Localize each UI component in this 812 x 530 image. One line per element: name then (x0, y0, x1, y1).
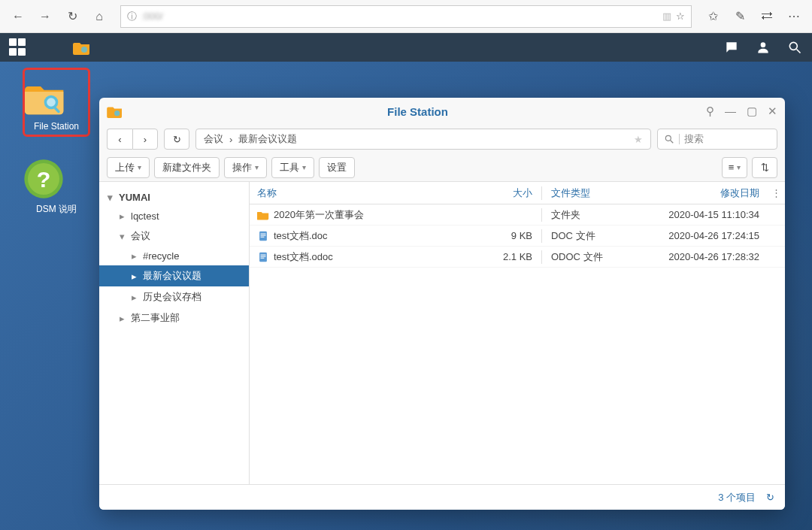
home-button[interactable]: ⌂ (87, 5, 111, 29)
column-size[interactable]: 大小 (481, 186, 541, 200)
folder-search-icon (107, 104, 123, 118)
maximize-button[interactable]: ▢ (747, 104, 757, 118)
tree-item[interactable]: ▸lqctest (99, 207, 249, 226)
search-placeholder: 搜索 (684, 132, 704, 146)
forward-button[interactable]: → (33, 5, 57, 29)
svg-point-11 (665, 135, 671, 141)
svg-rect-16 (261, 236, 265, 237)
dsm-taskbar (0, 33, 812, 62)
back-button[interactable]: ← (6, 5, 30, 29)
tools-button[interactable]: 工具▾ (271, 157, 314, 178)
browser-toolbar: ← → ↻ ⌂ ⓘ :000/ ▥ ☆ ✩ ✎ ⮂ ⋯ (0, 0, 812, 33)
url-bar[interactable]: ⓘ :000/ ▥ ☆ (120, 5, 692, 28)
refresh-icon[interactable]: ↻ (766, 492, 774, 503)
column-headers: 名称 大小 文件类型 修改日期 ⋮ (250, 182, 785, 204)
svg-point-2 (789, 42, 797, 50)
nav-forward-button[interactable]: › (132, 129, 158, 150)
column-name[interactable]: 名称 (250, 186, 481, 200)
breadcrumb[interactable]: 会议 › 最新会议议题 ★ (195, 129, 651, 150)
refresh-button[interactable]: ↻ (60, 5, 84, 29)
file-row[interactable]: test文档.doc9 KBDOC 文件2020-04-26 17:24:15 (250, 226, 785, 247)
file-row[interactable]: test文档.odoc2.1 KBODOC 文件2020-04-26 17:28… (250, 247, 785, 268)
help-icon: ? (23, 158, 65, 200)
action-button[interactable]: 操作▾ (224, 157, 267, 178)
reader-icon[interactable]: ▥ (662, 11, 671, 22)
close-button[interactable]: ✕ (768, 104, 777, 118)
desktop-icon-dsm-help[interactable]: ? DSM 说明 (23, 152, 90, 222)
search-icon (664, 134, 674, 144)
window-titlebar[interactable]: File Station ⚲ — ▢ ✕ (99, 98, 785, 125)
chevron-icon: ▸ (129, 292, 138, 303)
nav-refresh-button[interactable]: ↻ (164, 129, 189, 150)
svg-line-12 (671, 141, 674, 144)
notes-button[interactable]: ✎ (728, 5, 752, 29)
user-icon[interactable] (755, 39, 771, 56)
tree-item[interactable]: ▸第二事业部 (99, 307, 249, 329)
svg-point-10 (114, 111, 120, 116)
star-icon[interactable]: ★ (634, 134, 643, 145)
favorites-button[interactable]: ✩ (701, 5, 725, 29)
info-icon: ⓘ (127, 10, 137, 23)
document-icon (257, 231, 269, 241)
svg-rect-15 (261, 235, 266, 235)
svg-rect-20 (261, 257, 265, 258)
url-text: :000/ (141, 11, 658, 22)
chevron-icon: ▾ (117, 231, 126, 242)
apps-menu-button[interactable] (9, 38, 27, 56)
chevron-icon: ▸ (129, 271, 138, 282)
tree-item[interactable]: ▸最新会议议题 (99, 265, 249, 286)
upload-button[interactable]: 上传▾ (107, 157, 150, 178)
column-type[interactable]: 文件类型 (541, 186, 632, 200)
svg-rect-19 (261, 256, 266, 256)
desktop-icon-file-station[interactable]: File Station (23, 68, 90, 137)
svg-rect-13 (259, 231, 267, 241)
nav-back-button[interactable]: ‹ (107, 129, 132, 150)
favorite-icon[interactable]: ☆ (676, 11, 685, 22)
desktop-icon-label: DSM 说明 (23, 203, 90, 216)
minimize-button[interactable]: — (725, 104, 736, 118)
column-menu-icon[interactable]: ⋮ (767, 187, 785, 198)
file-list: 名称 大小 文件类型 修改日期 ⋮ 2020年第一次董事会文件夹2020-04-… (250, 182, 785, 484)
dsm-desktop: File Station ? DSM 说明 YUMai File Station… (0, 62, 812, 530)
svg-rect-14 (261, 233, 266, 234)
search-input[interactable]: 搜索 (657, 129, 777, 150)
breadcrumb-part[interactable]: 最新会议议题 (238, 132, 297, 146)
share-button[interactable]: ⮂ (755, 5, 779, 29)
desktop-icon-label: File Station (25, 121, 88, 132)
navigation-toolbar: ‹ › ↻ 会议 › 最新会议议题 ★ 搜索 (99, 125, 785, 153)
sort-button[interactable]: ⇅ (752, 157, 777, 178)
svg-text:?: ? (37, 167, 51, 192)
chevron-icon: ▸ (129, 250, 138, 262)
view-mode-button[interactable]: ≡ ▾ (722, 157, 747, 178)
tree-root[interactable]: ▾ YUMAI (99, 188, 249, 207)
search-icon[interactable] (786, 39, 803, 56)
breadcrumb-part[interactable]: 会议 (204, 132, 223, 146)
taskbar-file-station-icon[interactable] (72, 40, 92, 55)
column-date[interactable]: 修改日期 (632, 186, 767, 200)
svg-point-1 (761, 42, 766, 47)
folder-icon (257, 210, 269, 220)
status-bar: 3 个项目 ↻ (99, 484, 785, 510)
window-title: File Station (129, 105, 706, 118)
settings-button[interactable]: 设置 (319, 157, 355, 178)
chevron-down-icon: ▾ (105, 192, 114, 203)
file-row[interactable]: 2020年第一次董事会文件夹2020-04-15 11:10:34 (250, 204, 785, 226)
tree-item[interactable]: ▸历史会议存档 (99, 286, 249, 307)
tree-item[interactable]: ▾会议 (99, 226, 249, 247)
more-button[interactable]: ⋯ (782, 5, 806, 29)
svg-rect-18 (261, 254, 266, 255)
chevron-right-icon: › (229, 134, 232, 145)
svg-line-3 (797, 50, 801, 53)
chevron-icon: ▸ (117, 313, 126, 324)
document-icon (257, 252, 269, 262)
pin-button[interactable]: ⚲ (706, 104, 714, 118)
item-count: 3 个项目 (718, 491, 756, 504)
notification-icon[interactable] (723, 39, 740, 56)
folder-tree: ▾ YUMAI ▸lqctest▾会议▸#recycle▸最新会议议题▸历史会议… (99, 182, 250, 484)
svg-rect-17 (259, 252, 267, 262)
new-folder-button[interactable]: 新建文件夹 (154, 157, 220, 178)
file-station-window: File Station ⚲ — ▢ ✕ ‹ › ↻ 会议 › 最新会议议题 ★ (99, 98, 785, 510)
chevron-icon: ▸ (117, 210, 126, 222)
action-toolbar: 上传▾ 新建文件夹 操作▾ 工具▾ 设置 ≡ ▾ ⇅ (99, 153, 785, 182)
tree-item[interactable]: ▸#recycle (99, 247, 249, 265)
